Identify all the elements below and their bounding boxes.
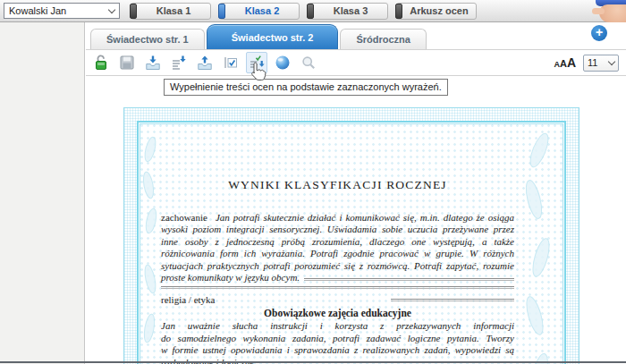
- select-check-icon[interactable]: [220, 52, 241, 73]
- import-grades-icon[interactable]: [142, 52, 164, 73]
- student-selector[interactable]: Kowalski Jan: [4, 3, 120, 19]
- subjects-heading: Obowiązkowe zajęcia edukacyjne: [161, 308, 514, 318]
- save-icon-svg: [118, 54, 136, 72]
- section-rule: [161, 286, 514, 289]
- certificate-title: WYNIKI KLASYFIKACJI ROCZNEJ: [161, 178, 514, 192]
- preview-icon[interactable]: [272, 52, 293, 73]
- add-page-button[interactable]: +: [591, 25, 607, 41]
- search-icon-svg: [300, 54, 317, 72]
- certificate-frame: WYNIKI KLASYFIKACJI ROCZNEJ zachowanieJa…: [137, 121, 566, 364]
- export-grades-icon-svg: [196, 54, 214, 72]
- import-grades-icon-svg: [144, 54, 162, 72]
- tab-label: Klasa 1: [137, 5, 210, 16]
- tab-swiadectwo-str-2[interactable]: Świadectwo str. 2: [207, 24, 339, 49]
- tab-label: Klasa 2: [225, 5, 299, 16]
- tab-klasa-3[interactable]: Klasa 3: [308, 3, 388, 20]
- section-label: religia / etyka: [161, 294, 215, 306]
- hand-graphic: [588, 0, 626, 23]
- unlock-icon[interactable]: [90, 52, 112, 73]
- export-grades-icon[interactable]: [194, 52, 216, 73]
- border-ornament-left: [140, 131, 160, 239]
- behavior-text: proste komunikaty w języku obcym.: [161, 272, 300, 284]
- tab-label: Klasa 3: [314, 5, 387, 16]
- border-ornament-left: [140, 257, 160, 364]
- tab-grip-icon[interactable]: [218, 4, 225, 19]
- document-tabs: Świadectwo str. 1 Świadectwo str. 2 Śród…: [86, 22, 626, 49]
- font-size-medium-button[interactable]: A: [560, 58, 567, 69]
- behavior-line: inne osoby z jednoczesną próbą zrozumien…: [161, 236, 514, 248]
- font-size-large-button[interactable]: A: [567, 55, 576, 70]
- tab-srodroczna[interactable]: Śródroczna: [340, 29, 427, 49]
- tab-grip-icon[interactable]: [307, 4, 314, 19]
- subjects-line: do samodzielnego wykonania zadania, potr…: [161, 333, 514, 344]
- subjects-line: Jan uważnie słucha instrukcji i korzysta…: [161, 320, 514, 332]
- fill-grades-icon[interactable]: [168, 52, 190, 73]
- tab-klasa-2[interactable]: Klasa 2: [219, 3, 300, 20]
- fill-line: [304, 278, 514, 281]
- behavior-line: sytuacjach praktycznych potrafi porozumi…: [161, 260, 514, 272]
- top-bar: Kowalski Jan Klasa 1 Klasa 2 Klasa 3 Ark…: [0, 0, 626, 22]
- tab-label: Arkusz ocen: [402, 5, 476, 16]
- font-size-control: A A A: [554, 55, 576, 70]
- behavior-line: wysoki poziom integracji sensorycznej. U…: [161, 224, 514, 235]
- left-panel: [0, 22, 85, 364]
- editor-area: Świadectwo str. 1 Świadectwo str. 2 Śród…: [86, 22, 626, 364]
- behavior-text: Jan potrafi skutecznie działać i komunik…: [216, 212, 514, 223]
- tab-label: Świadectwo str. 2: [232, 32, 314, 43]
- border-ornament-right: [520, 128, 557, 364]
- tab-swiadectwo-str-1[interactable]: Świadectwo str. 1: [90, 29, 205, 49]
- search-icon[interactable]: [298, 52, 319, 73]
- behavior-line: proste komunikaty w języku obcym.: [161, 272, 514, 284]
- select-check-icon-svg: [222, 54, 240, 72]
- preview-icon-svg: [274, 54, 292, 72]
- student-selector-value: Kowalski Jan: [9, 5, 109, 16]
- behavior-section[interactable]: zachowanieJan potrafi skutecznie działać…: [161, 212, 514, 289]
- religion-section[interactable]: religia / etyka: [161, 294, 514, 306]
- tab-label: Śródroczna: [356, 34, 410, 45]
- unlock-icon-svg: [92, 54, 110, 72]
- tab-grip-icon[interactable]: [395, 4, 402, 19]
- section-label: zachowanie: [161, 212, 207, 223]
- class-tabs: Klasa 1 Klasa 2 Klasa 3 Arkusz ocen: [131, 3, 477, 20]
- subjects-section[interactable]: Jan uważnie słucha instrukcji i korzysta…: [161, 320, 514, 364]
- chevron-down-icon: [108, 5, 115, 13]
- save-icon[interactable]: [116, 52, 138, 73]
- fill-grades-icon-svg: [170, 54, 188, 72]
- behavior-line: zachowanieJan potrafi skutecznie działać…: [161, 212, 514, 224]
- window-bottom-edge: [0, 361, 626, 363]
- fill-line: [391, 299, 514, 301]
- app-window: Kowalski Jan Klasa 1 Klasa 2 Klasa 3 Ark…: [0, 0, 626, 364]
- font-size-value: 11: [588, 57, 609, 68]
- hand-graphic-finger: [592, 8, 605, 14]
- behavior-line: różnicowania form ich wyrażania. Potrafi…: [161, 248, 514, 259]
- tooltip: Wypełnienie treści ocen na podstawie zaz…: [164, 79, 448, 96]
- tab-arkusz-ocen[interactable]: Arkusz ocen: [396, 3, 477, 20]
- chevron-down-icon: [608, 57, 615, 64]
- mouse-cursor-hand-icon: [250, 62, 266, 85]
- certificate-page[interactable]: WYNIKI KLASYFIKACJI ROCZNEJ zachowanieJa…: [123, 107, 579, 364]
- subjects-line: w formie ustnej opowiadania i sprawozdan…: [161, 344, 514, 356]
- toolbar: A A A 11: [86, 49, 626, 76]
- document-canvas: Wypełnienie treści ocen na podstawie zaz…: [86, 76, 626, 364]
- tab-label: Świadectwo str. 1: [106, 34, 189, 45]
- tab-klasa-1[interactable]: Klasa 1: [131, 3, 211, 20]
- font-size-select[interactable]: 11: [583, 55, 619, 72]
- tab-grip-icon[interactable]: [130, 4, 137, 19]
